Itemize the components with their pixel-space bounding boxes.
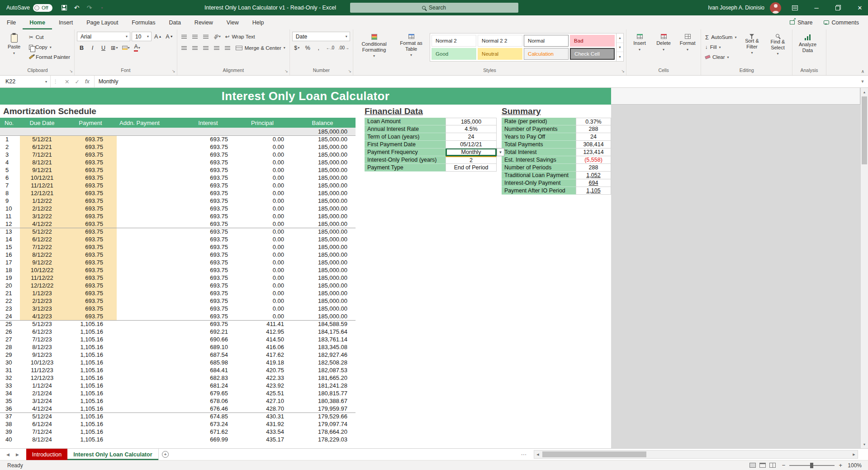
cell-due-date[interactable]: 7/12/22 — [20, 243, 64, 251]
cell-due-date[interactable]: 4/12/23 — [20, 312, 64, 320]
cell-balance[interactable]: 185,000.00 — [289, 158, 356, 166]
cell-balance[interactable]: 185,000.00 — [289, 197, 356, 205]
cell-addn-payment[interactable] — [117, 174, 181, 182]
cell-payment[interactable]: 693.75 — [64, 143, 117, 151]
cell-principal[interactable]: 411.41 — [235, 320, 289, 328]
cell-addn-payment[interactable] — [117, 389, 181, 397]
gallery-up-button[interactable]: ▲ — [617, 34, 623, 43]
cell-due-date[interactable]: 9/12/23 — [20, 351, 64, 359]
cell-interest[interactable]: 693.75 — [181, 274, 235, 282]
cell-balance[interactable]: 185,000.00 — [289, 312, 356, 320]
cell-interest[interactable]: 693.75 — [181, 259, 235, 266]
collapse-ribbon-button[interactable]: ∧ — [861, 69, 864, 74]
cell-due-date[interactable]: 1/12/23 — [20, 289, 64, 297]
financial-data-value[interactable]: 05/12/21 — [446, 141, 497, 149]
namebox-divider-handle[interactable]: ⋮ — [51, 76, 60, 87]
page-break-view-button[interactable] — [769, 463, 776, 468]
cell-addn-payment[interactable] — [117, 182, 181, 189]
cell-due-date[interactable]: 3/12/22 — [20, 212, 64, 220]
cell-payment[interactable]: 1,105.16 — [64, 328, 117, 336]
summary-value[interactable]: 1,105 — [576, 187, 611, 195]
cell-due-date[interactable]: 1/12/22 — [20, 197, 64, 205]
ribbon-tab[interactable]: File — [0, 15, 23, 29]
cell-principal[interactable]: 0.00 — [235, 135, 289, 143]
column-header-balance[interactable]: Balance — [289, 118, 356, 128]
cell-due-date[interactable]: 3/12/23 — [20, 305, 64, 312]
cell-balance[interactable]: 185,000.00 — [289, 235, 356, 243]
cell-due-date[interactable]: 7/12/21 — [20, 151, 64, 158]
cell-principal[interactable]: 0.00 — [235, 228, 289, 235]
cell-balance[interactable]: 178,664.20 — [289, 428, 356, 436]
cell-principal[interactable]: 430.31 — [235, 412, 289, 420]
cell-principal[interactable]: 0.00 — [235, 197, 289, 205]
cell-addn-payment[interactable] — [117, 135, 181, 143]
cell-balance[interactable]: 179,097.74 — [289, 420, 356, 428]
cell-interest[interactable]: 693.75 — [181, 243, 235, 251]
cell-no[interactable]: 35 — [0, 397, 20, 405]
cell-style-chip[interactable]: Neutral — [478, 48, 522, 60]
scroll-up-arrow[interactable]: ▲ — [861, 88, 868, 96]
cell-addn-payment[interactable] — [117, 143, 181, 151]
cell-no[interactable]: 15 — [0, 243, 20, 251]
cell-balance[interactable]: 185,000.00 — [289, 205, 356, 212]
summary-value[interactable]: (5,558) — [576, 156, 611, 164]
cell-due-date[interactable]: 12/12/23 — [20, 374, 64, 382]
cell-addn-payment[interactable] — [117, 397, 181, 405]
align-top-button[interactable] — [180, 32, 189, 41]
cell-due-date[interactable]: 10/12/23 — [20, 359, 64, 366]
cell-payment[interactable]: 1,105.16 — [64, 405, 117, 412]
summary-value[interactable]: 0.37% — [576, 118, 611, 125]
cell-no[interactable]: 14 — [0, 235, 20, 243]
column-header-interest[interactable]: Interest — [181, 118, 235, 128]
cell-principal[interactable]: 425.51 — [235, 389, 289, 397]
cell-payment[interactable]: 693.75 — [64, 297, 117, 305]
clear-button[interactable]: Clear▾ — [703, 53, 738, 62]
cell-addn-payment[interactable] — [117, 436, 181, 443]
cell-no[interactable]: 6 — [0, 174, 20, 182]
cell-addn-payment[interactable] — [117, 197, 181, 205]
cell-addn-payment[interactable] — [117, 312, 181, 320]
cell-due-date[interactable]: 12/12/22 — [20, 282, 64, 289]
undo-button[interactable]: ↶ — [71, 0, 83, 15]
cell-no[interactable]: 19 — [0, 274, 20, 282]
format-painter-button[interactable]: Format Painter — [27, 53, 72, 62]
cell-due-date[interactable]: 5/12/24 — [20, 412, 64, 420]
cut-button[interactable]: ✂Cut — [27, 33, 72, 42]
cell-due-date[interactable]: 9/12/21 — [20, 166, 64, 174]
formula-input[interactable]: Monthly — [95, 76, 857, 87]
cell-balance[interactable]: 182,508.28 — [289, 359, 356, 366]
cell-principal[interactable]: 419.18 — [235, 359, 289, 366]
cell-addn-payment[interactable] — [117, 151, 181, 158]
orientation-button[interactable]: ab▾ — [212, 32, 222, 41]
dialog-launcher-icon[interactable]: ↘ — [621, 69, 625, 73]
cell-addn-payment[interactable] — [117, 205, 181, 212]
cell-interest[interactable]: 693.75 — [181, 212, 235, 220]
cell-interest[interactable]: 693.75 — [181, 289, 235, 297]
cell-no[interactable]: 36 — [0, 405, 20, 412]
cell-principal[interactable]: 0.00 — [235, 174, 289, 182]
cell-interest[interactable]: 693.75 — [181, 251, 235, 259]
customize-toolbar-button[interactable]: ▾ — [96, 0, 109, 15]
percent-format-button[interactable]: % — [303, 43, 313, 53]
cell-interest[interactable]: 681.24 — [181, 382, 235, 389]
cell-due-date[interactable]: 7/12/24 — [20, 428, 64, 436]
zoom-out-button[interactable]: − — [782, 462, 786, 469]
cell-no[interactable]: 38 — [0, 420, 20, 428]
vertical-scroll-thumb[interactable] — [862, 96, 867, 164]
cell-no[interactable]: 25 — [0, 320, 20, 328]
insert-function-icon[interactable]: fx — [85, 78, 90, 85]
cell-interest[interactable]: 687.54 — [181, 351, 235, 359]
cell-balance[interactable]: 180,815.77 — [289, 389, 356, 397]
increase-indent-button[interactable] — [223, 43, 232, 53]
cell-addn-payment[interactable] — [117, 328, 181, 336]
horizontal-scroll-thumb[interactable] — [542, 451, 646, 457]
cell-interest[interactable]: 678.06 — [181, 397, 235, 405]
cell-balance[interactable]: 185,000.00 — [289, 266, 356, 274]
column-header-principal[interactable]: Principal — [235, 118, 289, 128]
cell-balance[interactable]: 180,388.67 — [289, 397, 356, 405]
font-color-button[interactable]: A▾ — [133, 43, 142, 53]
cell-interest[interactable]: 693.75 — [181, 174, 235, 182]
cell-no[interactable]: 24 — [0, 312, 20, 320]
insert-cells-button[interactable]: Insert ▾ — [629, 32, 650, 53]
italic-button[interactable]: I — [88, 43, 97, 53]
